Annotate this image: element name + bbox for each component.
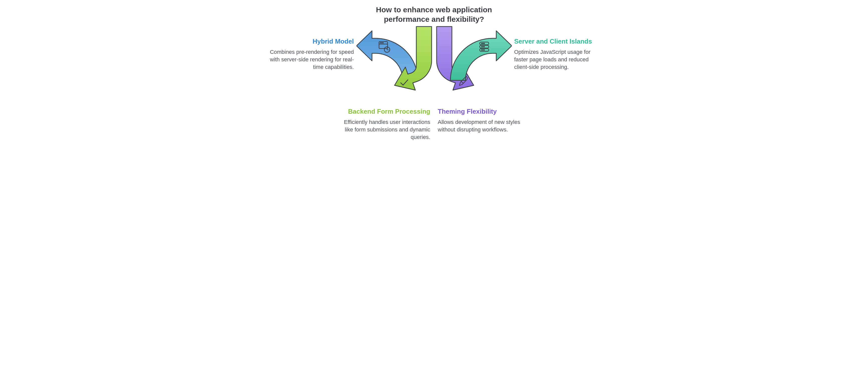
svg-point-4 xyxy=(382,42,383,43)
arrow-islands xyxy=(451,31,512,81)
svg-point-3 xyxy=(381,42,382,43)
svg-point-12 xyxy=(483,43,483,44)
browser-clock-icon xyxy=(376,39,392,54)
paintbrush-icon xyxy=(456,73,471,88)
svg-point-2 xyxy=(380,42,380,43)
body-islands: Optimizes JavaScript usage for faster pa… xyxy=(514,48,602,71)
heading-theming: Theming Flexibility xyxy=(438,108,531,116)
svg-point-17 xyxy=(481,50,482,50)
svg-point-11 xyxy=(481,43,482,44)
svg-point-13 xyxy=(484,43,485,44)
heading-hybrid: Hybrid Model xyxy=(266,37,354,45)
svg-line-7 xyxy=(387,50,389,50)
svg-point-19 xyxy=(484,50,485,50)
block-islands: Server and Client Islands Optimizes Java… xyxy=(514,37,602,71)
svg-point-18 xyxy=(483,50,483,50)
svg-point-16 xyxy=(484,46,485,47)
block-hybrid: Hybrid Model Combines pre-rendering for … xyxy=(266,37,354,71)
block-theming: Theming Flexibility Allows development o… xyxy=(438,108,531,133)
arrow-hybrid xyxy=(356,31,418,81)
svg-point-15 xyxy=(483,46,483,47)
diagram-stage: How to enhance web application performan… xyxy=(241,0,627,170)
body-hybrid: Combines pre-rendering for speed with se… xyxy=(266,48,354,71)
heading-backend: Backend Form Processing xyxy=(338,108,430,116)
diagram-title: How to enhance web application performan… xyxy=(364,5,504,24)
body-theming: Allows development of new styles without… xyxy=(438,119,531,133)
arrow-cluster xyxy=(356,25,512,107)
svg-point-14 xyxy=(481,46,482,47)
body-backend: Efficiently handles user interactions li… xyxy=(338,119,430,141)
server-stack-icon xyxy=(477,39,492,54)
block-backend: Backend Form Processing Efficiently hand… xyxy=(338,108,430,141)
checkmark-icon xyxy=(397,74,411,90)
heading-islands: Server and Client Islands xyxy=(514,37,602,45)
